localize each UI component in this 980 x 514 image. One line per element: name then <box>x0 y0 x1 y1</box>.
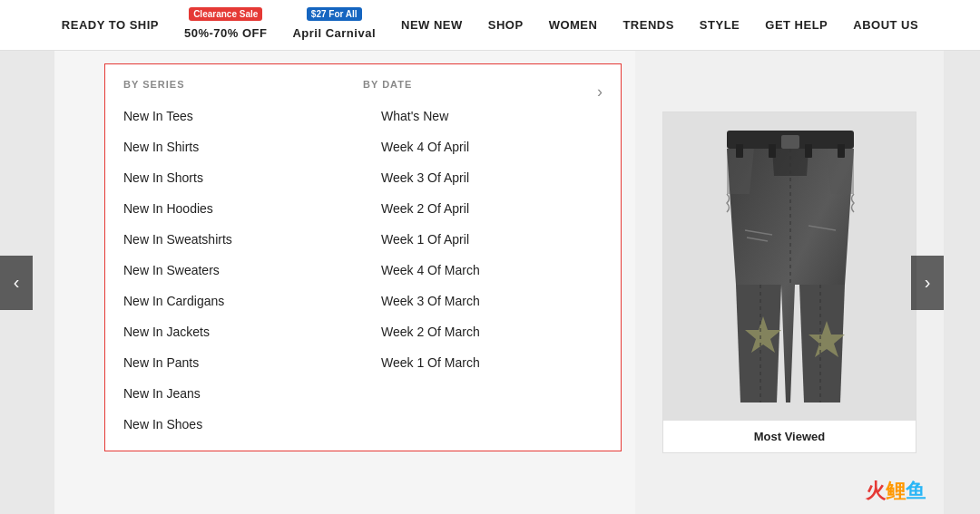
series-link[interactable]: New In Pants <box>123 347 345 378</box>
series-link[interactable]: New In Shoes <box>123 409 345 440</box>
nav-label-clearance-sale: 50%-70% OFF <box>184 23 267 44</box>
product-image <box>663 112 916 421</box>
nav-label-new-new: NEW NEW <box>401 15 463 35</box>
watermark-part1: 火 <box>866 480 886 502</box>
right-bg-strip <box>944 51 980 514</box>
nav-label-ready-to-ship: READY TO SHIP <box>62 15 159 35</box>
date-column: What's NewWeek 4 Of AprilWeek 3 Of April… <box>363 97 621 443</box>
date-link[interactable]: What's New <box>381 101 603 131</box>
nav-badge-april-carnival: $27 For All <box>307 7 362 21</box>
navbar: READY TO SHIPClearance Sale50%-70% OFF$2… <box>0 0 980 51</box>
jeans-svg <box>700 121 881 412</box>
nav-item-women[interactable]: WOMEN <box>549 15 598 35</box>
svg-rect-1 <box>781 135 799 149</box>
series-link[interactable]: New In Jackets <box>123 316 345 347</box>
nav-label-get-help: GET HELP <box>765 15 828 35</box>
date-link[interactable]: Week 2 Of April <box>381 193 603 224</box>
series-column: New In TeesNew In ShirtsNew In ShortsNew… <box>105 97 363 443</box>
dropdown-body: New In TeesNew In ShirtsNew In ShortsNew… <box>105 97 621 451</box>
series-link[interactable]: New In Sweatshirts <box>123 224 345 255</box>
dropdown-panel: BY SERIES BY DATE › New In TeesNew In Sh… <box>104 63 622 451</box>
arrow-right-button[interactable]: › <box>911 256 944 310</box>
nav-item-trends[interactable]: TRENDS <box>622 15 673 35</box>
nav-item-april-carnival[interactable]: $27 For AllApril Carnival <box>292 7 376 44</box>
date-link[interactable]: Week 1 Of April <box>381 224 603 255</box>
series-link[interactable]: New In Jeans <box>123 378 345 409</box>
watermark-part3: 鱼 <box>906 480 926 502</box>
nav-item-new-new[interactable]: NEW NEW <box>401 15 463 35</box>
series-link[interactable]: New In Shirts <box>123 131 345 162</box>
nav-item-clearance-sale[interactable]: Clearance Sale50%-70% OFF <box>184 7 267 44</box>
nav-label-women: WOMEN <box>549 15 598 35</box>
series-link[interactable]: New In Sweaters <box>123 255 345 286</box>
nav-label-about-us: ABOUT US <box>853 15 918 35</box>
watermark: 火鲤鱼 <box>866 478 926 505</box>
dropdown-header: BY SERIES BY DATE › <box>105 64 621 97</box>
arrow-left-button[interactable]: ‹ <box>0 256 33 310</box>
nav-item-shop[interactable]: SHOP <box>488 15 524 35</box>
nav-label-style: STYLE <box>700 15 740 35</box>
date-link[interactable]: Week 4 Of March <box>381 255 603 286</box>
arrow-right-icon: › <box>925 272 931 293</box>
nav-item-ready-to-ship[interactable]: READY TO SHIP <box>62 15 159 35</box>
svg-rect-7 <box>736 144 743 158</box>
product-card: Most Viewed <box>662 112 916 453</box>
series-link[interactable]: New In Hoodies <box>123 193 345 224</box>
by-series-header: BY SERIES <box>123 79 363 90</box>
watermark-part2: 鲤 <box>886 480 906 502</box>
date-link[interactable]: Week 2 Of March <box>381 316 603 347</box>
nav-item-get-help[interactable]: GET HELP <box>765 15 828 35</box>
nav-item-style[interactable]: STYLE <box>700 15 740 35</box>
nav-badge-clearance-sale: Clearance Sale <box>189 7 262 21</box>
svg-rect-10 <box>838 144 845 158</box>
date-link[interactable]: Week 4 Of April <box>381 131 603 162</box>
date-link[interactable]: Week 3 Of April <box>381 162 603 193</box>
dropdown-arrow-icon[interactable]: › <box>597 82 603 102</box>
nav-label-trends: TRENDS <box>622 15 673 35</box>
nav-label-shop: SHOP <box>488 15 524 35</box>
arrow-left-icon: ‹ <box>14 272 20 293</box>
series-link[interactable]: New In Tees <box>123 101 345 131</box>
svg-rect-8 <box>769 144 776 158</box>
series-link[interactable]: New In Cardigans <box>123 286 345 316</box>
date-link[interactable]: Week 1 Of March <box>381 347 603 378</box>
nav-label-april-carnival: April Carnival <box>292 23 376 44</box>
main-area: Filter ‹ BY SERIES BY DATE › New In Tees… <box>0 51 980 514</box>
series-link[interactable]: New In Shorts <box>123 162 345 193</box>
product-label: Most Viewed <box>663 421 916 452</box>
date-link[interactable]: Week 3 Of March <box>381 286 603 316</box>
svg-rect-9 <box>805 144 812 158</box>
by-date-header: BY DATE <box>363 79 603 90</box>
nav-item-about-us[interactable]: ABOUT US <box>853 15 918 35</box>
product-area: › <box>635 51 944 514</box>
